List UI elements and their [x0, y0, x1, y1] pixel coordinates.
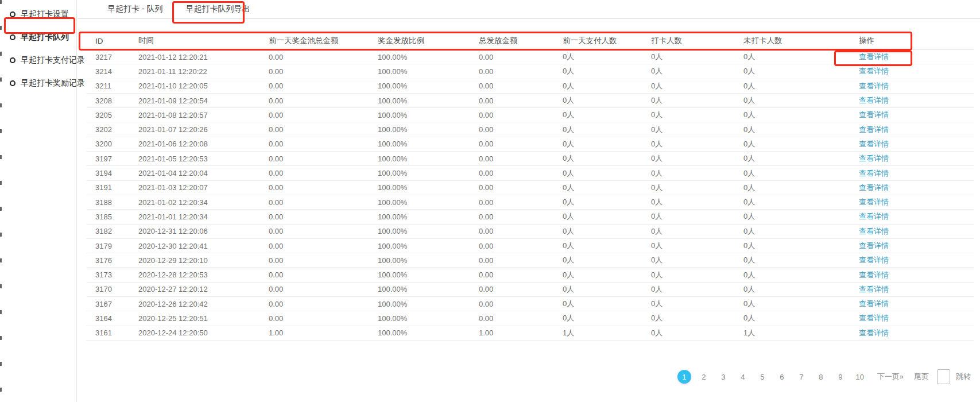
table-cell: 0.00 [479, 154, 563, 163]
table-cell: 0.00 [479, 300, 563, 308]
column-header: 前一天支付人数 [563, 36, 651, 46]
view-detail-link[interactable]: 查看详情 [859, 241, 889, 250]
table-cell: 100.00% [378, 154, 479, 163]
radio-circle-icon [10, 57, 16, 63]
table-cell: 0.00 [479, 140, 563, 148]
table-cell: 0人 [743, 139, 859, 149]
table-cell: 0人 [743, 241, 859, 251]
view-detail-link[interactable]: 查看详情 [859, 125, 889, 134]
table-row: 31942021-01-04 12:20:040.00100.00%0.000人… [87, 166, 974, 180]
page-number-4[interactable]: 4 [736, 370, 750, 384]
view-detail-link[interactable]: 查看详情 [859, 67, 889, 75]
table-cell: 100.00% [378, 111, 479, 119]
jump-button[interactable]: 跳转 [956, 372, 971, 382]
table-cell: 3164 [95, 314, 138, 323]
view-detail-link[interactable]: 查看详情 [859, 212, 889, 221]
view-detail-link[interactable]: 查看详情 [859, 82, 889, 90]
view-detail-link[interactable]: 查看详情 [859, 198, 889, 206]
page-number-5[interactable]: 5 [756, 370, 769, 384]
table-cell: 0.00 [269, 256, 378, 265]
sidebar-item[interactable]: 早起打卡奖励记录 [2, 72, 76, 95]
radio-circle-icon [10, 34, 16, 40]
table-cell: 0人 [743, 153, 859, 164]
tab-bar: 早起打卡 - 队列早起打卡队列导出 [78, 0, 980, 19]
table-row: 32022021-01-07 12:20:260.00100.00%0.000人… [87, 122, 974, 137]
last-page-button[interactable]: 尾页 [914, 372, 929, 382]
table-cell: 0.00 [269, 125, 378, 134]
view-detail-link[interactable]: 查看详情 [859, 256, 889, 264]
table-cell: 0.00 [269, 183, 378, 192]
table-cell-action: 查看详情 [859, 66, 974, 76]
table-cell: 2021-01-11 12:20:22 [138, 67, 269, 76]
tab-queue[interactable]: 早起打卡 - 队列 [107, 4, 162, 14]
table-cell: 0.00 [269, 53, 378, 61]
table-cell-action: 查看详情 [859, 313, 974, 323]
table-cell: 0人 [651, 299, 743, 309]
table-cell-action: 查看详情 [859, 125, 974, 135]
table-cell: 100.00% [378, 270, 479, 279]
page-number-3[interactable]: 3 [716, 370, 730, 384]
table-cell: 100.00% [378, 53, 479, 61]
table-cell-action: 查看详情 [859, 52, 974, 62]
table-cell: 0.00 [479, 227, 563, 235]
view-detail-link[interactable]: 查看详情 [859, 227, 889, 235]
page-number-10[interactable]: 10 [853, 370, 867, 384]
table-cell: 0人 [651, 168, 743, 179]
view-detail-link[interactable]: 查看详情 [859, 314, 889, 322]
sidebar-item[interactable]: 早起打卡设置 [2, 3, 76, 26]
view-detail-link[interactable]: 查看详情 [859, 110, 889, 119]
table-cell: 0.00 [269, 227, 378, 235]
view-detail-link[interactable]: 查看详情 [859, 52, 889, 61]
page-number-2[interactable]: 2 [697, 370, 711, 384]
view-detail-link[interactable]: 查看详情 [859, 154, 889, 163]
table-row: 32002021-01-06 12:20:080.00100.00%0.000人… [87, 137, 974, 152]
table-cell: 0人 [563, 211, 651, 222]
view-detail-link[interactable]: 查看详情 [859, 169, 889, 177]
table-row: 31612020-12-24 12:20:501.00100.00%1.001人… [87, 326, 974, 341]
table-cell: 0人 [563, 226, 651, 237]
page-number-9[interactable]: 9 [834, 370, 847, 384]
table-cell: 0.00 [269, 285, 378, 293]
page-jump-input[interactable] [937, 369, 950, 384]
table-cell: 2021-01-10 12:20:05 [138, 82, 269, 90]
table-cell: 0.00 [479, 82, 563, 90]
sidebar-item-label: 早起打卡支付记录 [21, 55, 85, 65]
page-number-1[interactable]: 1 [677, 370, 691, 384]
table-cell: 3214 [95, 67, 138, 76]
page-number-6[interactable]: 6 [775, 370, 789, 384]
view-detail-link[interactable]: 查看详情 [859, 183, 889, 192]
table-cell: 2020-12-28 12:20:53 [138, 270, 269, 279]
table-cell: 0人 [651, 328, 743, 338]
table-cell: 0.00 [479, 198, 563, 207]
table-cell: 0人 [743, 81, 859, 91]
table-cell: 0人 [743, 313, 859, 323]
table-cell: 2021-01-02 12:20:34 [138, 198, 269, 207]
column-header: 总发放金额 [479, 36, 563, 46]
table-cell: 100.00% [378, 328, 479, 337]
view-detail-link[interactable]: 查看详情 [859, 140, 889, 148]
view-detail-link[interactable]: 查看详情 [859, 96, 889, 105]
table-cell: 0人 [563, 183, 651, 193]
table-cell: 0人 [743, 255, 859, 265]
sidebar-item[interactable]: 早起打卡队列 [2, 26, 76, 49]
radio-circle-icon [10, 11, 16, 17]
page-number-8[interactable]: 8 [814, 370, 828, 384]
table-cell: 0.00 [269, 300, 378, 308]
page-number-7[interactable]: 7 [795, 370, 808, 384]
view-detail-link[interactable]: 查看详情 [859, 285, 889, 293]
view-detail-link[interactable]: 查看详情 [859, 299, 889, 308]
next-page-button[interactable]: 下一页» [877, 372, 904, 382]
table-cell: 0人 [743, 183, 859, 193]
main-content: 早起打卡 - 队列早起打卡队列导出 ID时间前一天奖金池总金额奖金发放比例总发放… [78, 0, 980, 402]
table-cell: 0.00 [269, 198, 378, 207]
table-cell: 0人 [651, 153, 743, 164]
table-row: 32142021-01-11 12:20:220.00100.00%0.000人… [87, 64, 974, 79]
table-cell: 0人 [563, 153, 651, 164]
table-cell-action: 查看详情 [859, 153, 974, 164]
table-cell: 0人 [563, 95, 651, 106]
column-header: 前一天奖金池总金额 [269, 36, 378, 46]
sidebar-item[interactable]: 早起打卡支付记录 [2, 49, 76, 72]
view-detail-link[interactable]: 查看详情 [859, 328, 889, 337]
tab-export[interactable]: 早起打卡队列导出 [185, 4, 250, 14]
view-detail-link[interactable]: 查看详情 [859, 270, 889, 279]
